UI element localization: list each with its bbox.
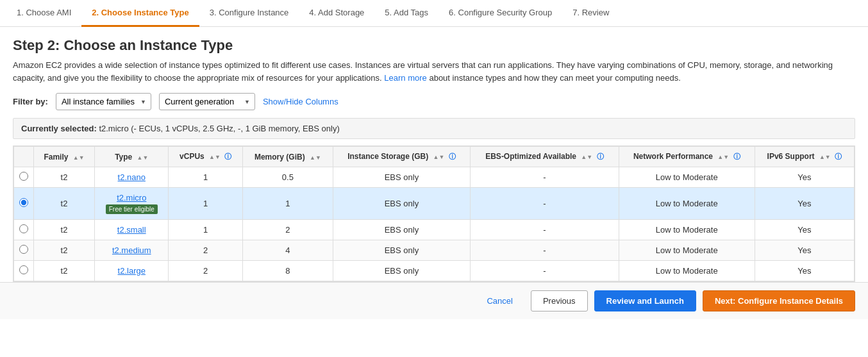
cell-network-performance: Low to Moderate xyxy=(619,220,755,240)
cell-type[interactable]: t2.small xyxy=(95,220,169,240)
cell-vcpus: 2 xyxy=(169,261,242,281)
table-row[interactable]: t2t2.microFree tier eligible11EBS only-L… xyxy=(14,188,855,220)
cell-ipv6: Yes xyxy=(755,167,854,188)
cell-type[interactable]: t2.large xyxy=(95,261,169,281)
cell-family: t2 xyxy=(34,167,95,188)
show-hide-columns-link[interactable]: Show/Hide Columns xyxy=(263,97,338,106)
family-filter[interactable]: All instance familiesGeneral purposeComp… xyxy=(56,93,151,110)
generation-filter[interactable]: Current generationAll generationsPreviou… xyxy=(159,93,255,110)
row-select-3[interactable] xyxy=(14,240,34,261)
col-header-instance_storage[interactable]: Instance Storage (GB) ▲▼ ⓘ xyxy=(333,147,470,167)
free-tier-badge: Free tier eligible xyxy=(106,204,158,214)
cell-instance-storage: EBS only xyxy=(333,188,470,220)
filter-label: Filter by: xyxy=(13,97,48,106)
footer: Cancel Previous Review and Launch Next: … xyxy=(0,282,868,319)
table-row[interactable]: t2t2.small12EBS only-Low to ModerateYes xyxy=(14,220,855,240)
cell-vcpus: 2 xyxy=(169,240,242,261)
cell-instance-storage: EBS only xyxy=(333,240,470,261)
previous-button[interactable]: Previous xyxy=(531,290,588,311)
cell-vcpus: 1 xyxy=(169,220,242,240)
cell-memory: 4 xyxy=(242,240,333,261)
wizard-nav: 1. Choose AMI2. Choose Instance Type3. C… xyxy=(0,0,868,27)
cell-ipv6: Yes xyxy=(755,240,854,261)
col-header-network_performance[interactable]: Network Performance ▲▼ ⓘ xyxy=(619,147,755,167)
nav-step-step6[interactable]: 6. Configure Security Group xyxy=(438,0,562,27)
cell-memory: 1 xyxy=(242,188,333,220)
page-description: Amazon EC2 provides a wide selection of … xyxy=(13,59,855,84)
cell-vcpus: 1 xyxy=(169,188,242,220)
table-row[interactable]: t2t2.nano10.5EBS only-Low to ModerateYes xyxy=(14,167,855,188)
row-select-2[interactable] xyxy=(14,220,34,240)
cell-family: t2 xyxy=(34,261,95,281)
family-filter-wrapper: All instance familiesGeneral purposeComp… xyxy=(56,93,151,110)
page-title: Step 2: Choose an Instance Type xyxy=(13,37,855,54)
instance-type-table: Family ▲▼Type ▲▼vCPUs ▲▼ ⓘMemory (GiB) ▲… xyxy=(13,145,855,282)
learn-more-link[interactable]: Learn more xyxy=(384,73,426,83)
col-header-ebs_optimized[interactable]: EBS-Optimized Available ▲▼ ⓘ xyxy=(470,147,619,167)
cell-ipv6: Yes xyxy=(755,188,854,220)
nav-step-step5[interactable]: 5. Add Tags xyxy=(374,0,438,27)
col-header-ipv6[interactable]: IPv6 Support ▲▼ ⓘ xyxy=(755,147,854,167)
cell-vcpus: 1 xyxy=(169,167,242,188)
nav-step-step1[interactable]: 1. Choose AMI xyxy=(6,0,81,27)
cell-ebs-optimized: - xyxy=(470,240,619,261)
cell-type[interactable]: t2.medium xyxy=(95,240,169,261)
selected-banner: Currently selected: t2.micro (- ECUs, 1 … xyxy=(13,118,855,139)
cell-network-performance: Low to Moderate xyxy=(619,167,755,188)
table-row[interactable]: t2t2.large28EBS only-Low to ModerateYes xyxy=(14,261,855,281)
col-header-vcpus[interactable]: vCPUs ▲▼ ⓘ xyxy=(169,147,242,167)
cell-memory: 0.5 xyxy=(242,167,333,188)
col-header-type[interactable]: Type ▲▼ xyxy=(95,147,169,167)
cell-family: t2 xyxy=(34,220,95,240)
cell-instance-storage: EBS only xyxy=(333,167,470,188)
next-button[interactable]: Next: Configure Instance Details xyxy=(703,290,855,311)
nav-step-step7[interactable]: 7. Review xyxy=(562,0,619,27)
cell-memory: 8 xyxy=(242,261,333,281)
cell-type[interactable]: t2.microFree tier eligible xyxy=(95,188,169,220)
review-and-launch-button[interactable]: Review and Launch xyxy=(594,290,696,311)
nav-step-step4[interactable]: 4. Add Storage xyxy=(299,0,374,27)
row-select-1[interactable] xyxy=(14,188,34,220)
nav-step-step3[interactable]: 3. Configure Instance xyxy=(199,0,299,27)
cell-network-performance: Low to Moderate xyxy=(619,188,755,220)
cell-ebs-optimized: - xyxy=(470,188,619,220)
cell-ebs-optimized: - xyxy=(470,220,619,240)
cell-type[interactable]: t2.nano xyxy=(95,167,169,188)
cell-ebs-optimized: - xyxy=(470,261,619,281)
cell-ebs-optimized: - xyxy=(470,167,619,188)
table-row[interactable]: t2t2.medium24EBS only-Low to ModerateYes xyxy=(14,240,855,261)
cell-family: t2 xyxy=(34,240,95,261)
row-select-0[interactable] xyxy=(14,167,34,188)
cell-instance-storage: EBS only xyxy=(333,261,470,281)
row-select-4[interactable] xyxy=(14,261,34,281)
cell-network-performance: Low to Moderate xyxy=(619,261,755,281)
cell-ipv6: Yes xyxy=(755,261,854,281)
filter-bar: Filter by: All instance familiesGeneral … xyxy=(13,93,855,110)
cell-network-performance: Low to Moderate xyxy=(619,240,755,261)
generation-filter-wrapper: Current generationAll generationsPreviou… xyxy=(159,93,255,110)
cell-memory: 2 xyxy=(242,220,333,240)
cell-ipv6: Yes xyxy=(755,220,854,240)
cancel-button[interactable]: Cancel xyxy=(475,291,524,311)
col-header-checkbox xyxy=(14,147,34,167)
cell-instance-storage: EBS only xyxy=(333,220,470,240)
cell-family: t2 xyxy=(34,188,95,220)
col-header-family[interactable]: Family ▲▼ xyxy=(34,147,95,167)
nav-step-step2[interactable]: 2. Choose Instance Type xyxy=(81,0,199,27)
col-header-memory[interactable]: Memory (GiB) ▲▼ xyxy=(242,147,333,167)
